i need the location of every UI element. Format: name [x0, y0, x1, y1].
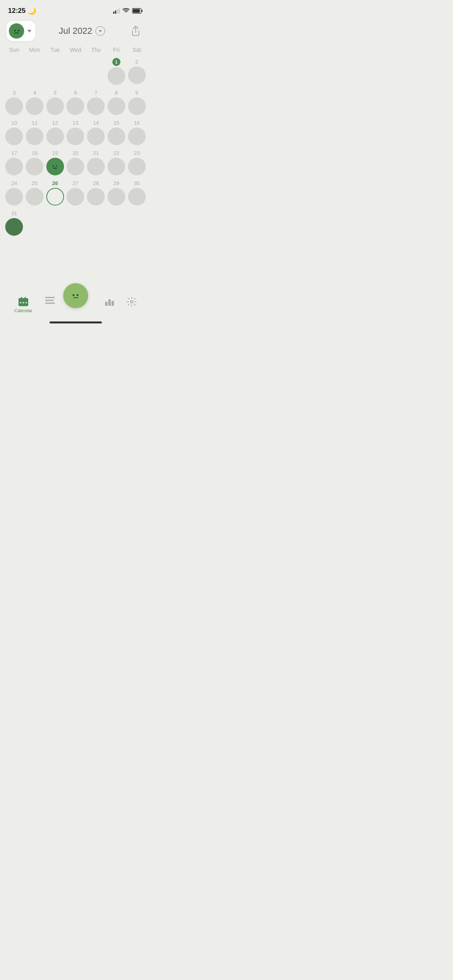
day-cell[interactable]: 28: [86, 179, 106, 208]
month-title[interactable]: Jul 2022: [59, 26, 105, 36]
svg-rect-2: [117, 9, 118, 14]
day-number: 24: [11, 179, 17, 187]
weekday-sun: Sun: [4, 44, 25, 56]
weekday-tue: Tue: [45, 44, 65, 56]
day-cell[interactable]: 4: [25, 88, 45, 117]
svg-rect-3: [119, 8, 120, 14]
day-circle: [46, 66, 64, 84]
day-circle: [87, 158, 105, 175]
day-number: 16: [134, 119, 139, 126]
day-cell[interactable]: 29: [106, 179, 127, 208]
day-cell[interactable]: 21: [86, 148, 106, 178]
day-cell[interactable]: 2: [126, 57, 147, 87]
nav-stats[interactable]: [105, 294, 114, 306]
day-cell[interactable]: 6: [65, 88, 86, 117]
svg-rect-9: [21, 297, 22, 299]
day-circle: [5, 97, 23, 115]
nav-calendar-label: Calendar: [14, 308, 33, 313]
day-number: 6: [74, 89, 77, 96]
calendar: Sun Mon Tue Wed Thu Fri Sat 123456789101…: [0, 44, 151, 238]
avatar-button[interactable]: [6, 21, 35, 41]
day-number: 15: [114, 119, 119, 126]
day-number: 29: [114, 179, 119, 187]
day-circle: [66, 97, 84, 115]
day-circle: [128, 188, 146, 206]
day-cell[interactable]: 17: [4, 148, 25, 178]
day-cell[interactable]: 7: [86, 88, 106, 117]
day-cell[interactable]: 12: [45, 118, 65, 148]
day-circle: [87, 97, 105, 115]
day-circle: [108, 128, 125, 145]
svg-rect-13: [25, 302, 27, 303]
day-cell[interactable]: 1: [106, 57, 127, 87]
day-circle: [66, 128, 84, 145]
moon-icon: 🌙: [28, 7, 36, 15]
day-number: 7: [95, 89, 97, 96]
day-cell[interactable]: 15: [106, 118, 127, 148]
day-cell[interactable]: 30: [126, 179, 147, 208]
time-display: 12:25: [8, 7, 25, 15]
status-time: 12:25 🌙: [8, 7, 36, 15]
day-cell[interactable]: 18: [25, 148, 45, 178]
day-circle: [87, 218, 105, 236]
day-circle: [128, 97, 146, 115]
day-cell[interactable]: 16: [126, 118, 147, 148]
day-number: 3: [13, 89, 16, 96]
day-cell[interactable]: 9: [126, 88, 147, 117]
calendar-icon: [18, 297, 29, 307]
day-number: 8: [115, 89, 118, 96]
day-cell: [4, 57, 25, 87]
day-cell[interactable]: 11: [25, 118, 45, 148]
day-cell[interactable]: 26: [45, 179, 65, 208]
svg-rect-11: [20, 302, 21, 303]
month-chevron-icon[interactable]: [95, 26, 105, 36]
day-cell[interactable]: 8: [106, 88, 127, 117]
day-cell[interactable]: 19: [45, 148, 65, 178]
day-number: 13: [72, 119, 78, 126]
day-cell: [65, 57, 86, 87]
weekday-fri: Fri: [106, 44, 127, 56]
day-cell: [45, 209, 65, 238]
home-indicator: [50, 321, 102, 323]
day-cell[interactable]: 3: [4, 88, 25, 117]
day-cell[interactable]: 31: [4, 209, 25, 238]
day-circle: [26, 158, 43, 175]
add-button[interactable]: [63, 283, 88, 308]
nav-calendar[interactable]: Calendar: [14, 294, 33, 313]
day-circle: [108, 67, 125, 85]
day-cell: [126, 209, 147, 238]
signal-icon: [113, 8, 120, 14]
day-circle: [26, 188, 43, 206]
nav-settings[interactable]: [127, 294, 137, 307]
header: Jul 2022: [0, 18, 151, 44]
day-cell[interactable]: 25: [25, 179, 45, 208]
day-cell[interactable]: 27: [65, 179, 86, 208]
day-cell[interactable]: 10: [4, 118, 25, 148]
day-cell[interactable]: 24: [4, 179, 25, 208]
day-cell: [65, 209, 86, 238]
day-circle: [66, 218, 84, 236]
weekday-mon: Mon: [25, 44, 45, 56]
day-cell[interactable]: 22: [106, 148, 127, 178]
day-cell[interactable]: 14: [86, 118, 106, 148]
share-button[interactable]: [128, 24, 143, 38]
weekday-sat: Sat: [126, 44, 147, 56]
day-circle: [5, 218, 23, 236]
day-number: 1: [112, 58, 120, 66]
day-cell[interactable]: 5: [45, 88, 65, 117]
day-circle: [46, 128, 64, 145]
day-circle: [66, 188, 84, 206]
wifi-icon: [122, 8, 130, 14]
day-circle: [5, 158, 23, 175]
day-cell[interactable]: 20: [65, 148, 86, 178]
day-number: 10: [11, 119, 17, 126]
day-circle: [5, 128, 23, 145]
weekday-thu: Thu: [86, 44, 106, 56]
days-grid: 1234567891011121314151617181920212223242…: [4, 57, 147, 238]
day-number: 30: [134, 179, 139, 187]
day-circle: [26, 128, 43, 145]
day-circle: [108, 188, 125, 206]
day-cell[interactable]: 13: [65, 118, 86, 148]
day-number: 2: [135, 58, 138, 65]
day-cell[interactable]: 23: [126, 148, 147, 178]
